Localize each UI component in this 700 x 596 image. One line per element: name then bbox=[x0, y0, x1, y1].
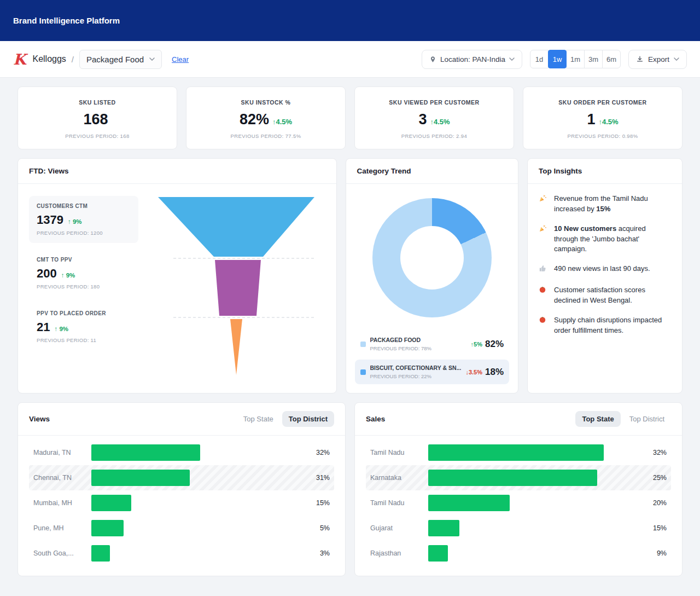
card-title: Views bbox=[29, 415, 50, 423]
stage-value: 1379 bbox=[37, 213, 63, 227]
bar-label: Mumbai, MH bbox=[33, 499, 91, 507]
category-trend-card: Category Trend PACKAGED FOOD PREVIOUS PE… bbox=[346, 158, 518, 394]
bar-label: Chennai, TN bbox=[33, 474, 91, 482]
period-1d[interactable]: 1d bbox=[530, 50, 549, 68]
bar bbox=[428, 545, 448, 562]
chevron-down-icon bbox=[674, 57, 679, 61]
chevron-down-icon bbox=[149, 57, 155, 61]
kpi-label: SKU INSTOCK % bbox=[193, 99, 339, 106]
legend-row-packaged-food: PACKAGED FOOD PREVIOUS PERIOD: 78% ↑5% 8… bbox=[355, 332, 509, 356]
toolbar: K Kelloggs / Packaged Food Clear Locatio… bbox=[0, 41, 700, 78]
legend-swatch bbox=[360, 342, 366, 347]
donut-hole bbox=[400, 226, 464, 290]
kpi-card-sku-order: SKU ORDER PER CUSTOMER 1 ↑4.5% PREVIOUS … bbox=[523, 86, 682, 149]
bar bbox=[428, 444, 604, 461]
kpi-previous: PREVIOUS PERIOD: 168 bbox=[25, 133, 170, 139]
app-title: Brand Intelligence Platform bbox=[13, 16, 120, 25]
tab-top-state[interactable]: Top State bbox=[575, 411, 620, 427]
stage-delta: ↑ 9% bbox=[61, 272, 75, 279]
period-1m[interactable]: 1m bbox=[566, 50, 585, 68]
category-dropdown[interactable]: Packaged Food bbox=[79, 50, 162, 69]
category-donut bbox=[372, 198, 492, 317]
bar-label: Tamil Nadu bbox=[370, 499, 428, 507]
sales-tabs: Top State Top District bbox=[575, 411, 671, 427]
legend-previous: PREVIOUS PERIOD: 22% bbox=[370, 373, 462, 379]
kpi-value: 82% bbox=[240, 111, 269, 128]
tab-top-state[interactable]: Top State bbox=[237, 411, 280, 427]
views-tabs: Top State Top District bbox=[237, 411, 334, 427]
bar bbox=[91, 495, 131, 511]
dashboard-content: SKU LISTED 168 PREVIOUS PERIOD: 168 SKU … bbox=[0, 78, 700, 596]
tab-top-district[interactable]: Top District bbox=[282, 411, 334, 427]
stage-previous: PREVIOUS PERIOD: 11 bbox=[37, 337, 131, 343]
bar-value: 15% bbox=[307, 499, 330, 507]
legend-label: BISCUIT, COFECTIONARY & SN... bbox=[370, 364, 462, 371]
kpi-card-sku-listed: SKU LISTED 168 PREVIOUS PERIOD: 168 bbox=[18, 86, 177, 149]
bar bbox=[91, 520, 124, 536]
chevron-down-icon bbox=[509, 57, 515, 61]
kpi-delta: ↑4.5% bbox=[272, 118, 292, 126]
period-3m[interactable]: 3m bbox=[584, 50, 603, 68]
location-pin-icon bbox=[429, 56, 436, 63]
clear-link[interactable]: Clear bbox=[172, 55, 189, 63]
insight-item: 10 New customers acquired through the 'J… bbox=[539, 224, 671, 255]
card-title: Sales bbox=[366, 415, 385, 423]
insight-item: Customer satisfaction scores declined in… bbox=[539, 285, 671, 306]
period-selector: 1d 1w 1m 3m 6m bbox=[530, 50, 621, 68]
location-dropdown[interactable]: Location: PAN-India bbox=[422, 50, 522, 69]
card-title: Top Insights bbox=[539, 167, 582, 175]
views-card: Views Top State Top District Madurai, TN… bbox=[18, 402, 346, 576]
sales-card: Sales Top State Top District Tamil Nadu … bbox=[354, 402, 682, 576]
legend-value: 82% bbox=[485, 339, 504, 350]
category-legend: PACKAGED FOOD PREVIOUS PERIOD: 78% ↑5% 8… bbox=[355, 332, 509, 384]
stage-label: CMT TO PPV bbox=[37, 257, 131, 263]
bottom-row: Views Top State Top District Madurai, TN… bbox=[18, 402, 682, 576]
kpi-delta: ↑4.5% bbox=[430, 118, 450, 126]
bar-label: Rajasthan bbox=[370, 549, 428, 557]
app-header: Brand Intelligence Platform bbox=[0, 0, 700, 41]
kpi-label: SKU LISTED bbox=[25, 99, 170, 106]
period-1w[interactable]: 1w bbox=[548, 50, 567, 68]
sales-bar-chart: Tamil Nadu 32% Karnataka 25% Tamil Nadu … bbox=[355, 436, 682, 576]
bar-value: 31% bbox=[307, 474, 330, 482]
kpi-delta: ↑4.5% bbox=[598, 118, 618, 126]
kpi-card-sku-viewed: SKU VIEWED PER CUSTOMER 3 ↑4.5% PREVIOUS… bbox=[354, 86, 514, 149]
insight-item: Revenue from the Tamil Nadu increased by… bbox=[539, 194, 671, 215]
bar bbox=[428, 520, 459, 536]
tab-top-district[interactable]: Top District bbox=[623, 411, 671, 427]
bar-label: Madurai, TN bbox=[33, 449, 91, 456]
middle-row: FTD: Views CUSTOMERS CTM 1379 ↑ 9% PREVI… bbox=[18, 158, 682, 394]
thumbs-up-icon bbox=[539, 264, 549, 276]
funnel-stage-customers-ctm: CUSTOMERS CTM 1379 ↑ 9% PREVIOUS PERIOD:… bbox=[29, 196, 138, 243]
kpi-previous: PREVIOUS PERIOD: 2.94 bbox=[361, 133, 507, 139]
breadcrumb-separator: / bbox=[72, 55, 74, 64]
bar-row-rajasthan: Rajasthan 9% bbox=[366, 541, 671, 566]
kpi-value: 1 bbox=[587, 111, 595, 128]
export-button[interactable]: Export bbox=[628, 50, 687, 69]
period-6m[interactable]: 6m bbox=[602, 50, 621, 68]
bar-value: 3% bbox=[307, 549, 330, 557]
download-icon bbox=[636, 55, 644, 63]
funnel-stage-cmt-to-ppv: CMT TO PPV 200 ↑ 9% PREVIOUS PERIOD: 180 bbox=[29, 250, 138, 297]
export-button-label: Export bbox=[648, 55, 669, 63]
legend-label: PACKAGED FOOD bbox=[370, 337, 466, 343]
funnel-segment-bottom bbox=[230, 319, 242, 375]
red-circle-icon bbox=[539, 315, 549, 336]
bar-row-tamil-nadu-1: Tamil Nadu 32% bbox=[366, 440, 671, 465]
legend-delta: ↑5% bbox=[471, 341, 482, 348]
bar bbox=[428, 495, 510, 511]
insight-item: 490 new views in last 90 days. bbox=[539, 264, 671, 276]
breadcrumb-brand: Kelloggs bbox=[32, 54, 66, 64]
bar bbox=[91, 545, 110, 562]
bar-row-mumbai: Mumbai, MH 15% bbox=[29, 490, 334, 516]
bar-value: 32% bbox=[307, 449, 330, 456]
red-circle-icon bbox=[539, 285, 549, 306]
legend-swatch bbox=[360, 369, 366, 375]
legend-row-biscuit: BISCUIT, COFECTIONARY & SN... PREVIOUS P… bbox=[355, 360, 509, 384]
stage-label: CUSTOMERS CTM bbox=[37, 203, 131, 209]
bar-label: South Goa,... bbox=[33, 549, 91, 557]
kpi-label: SKU VIEWED PER CUSTOMER bbox=[361, 99, 507, 106]
card-title: FTD: Views bbox=[29, 167, 69, 175]
kpi-card-sku-instock: SKU INSTOCK % 82% ↑4.5% PREVIOUS PERIOD:… bbox=[186, 86, 346, 149]
legend-previous: PREVIOUS PERIOD: 78% bbox=[370, 345, 466, 351]
